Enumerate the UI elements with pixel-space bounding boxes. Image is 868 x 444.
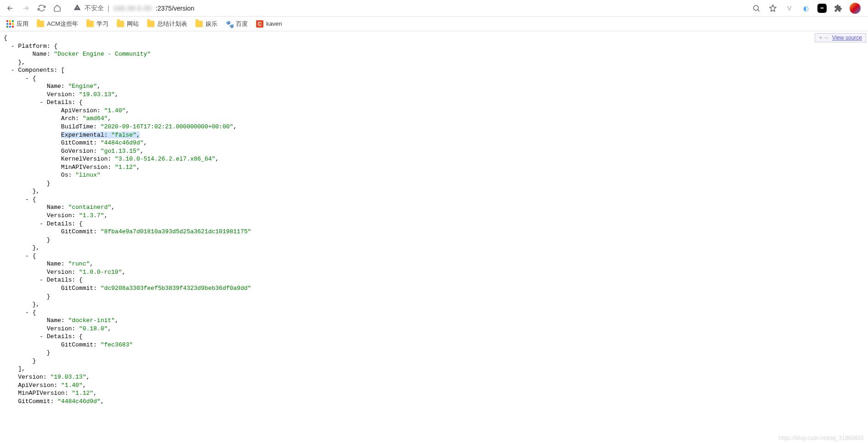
zoom-icon[interactable] xyxy=(751,3,761,13)
json-key: Version xyxy=(47,212,72,219)
collapse-toggle[interactable]: - xyxy=(25,196,29,203)
json-value: "1.12" xyxy=(115,164,137,171)
json-value: "go1.13.15" xyxy=(101,148,140,155)
collapse-toggle[interactable]: - xyxy=(11,43,15,50)
json-key: ApiVersion xyxy=(61,107,97,114)
json-key: Details xyxy=(47,333,72,340)
bookmark-folder-sites[interactable]: 网站 xyxy=(117,20,139,28)
json-value: "4484c46d9d" xyxy=(57,398,101,405)
collapse-toggle[interactable]: - xyxy=(25,253,29,259)
folder-icon xyxy=(86,21,94,27)
url-host-blurred: 100.00.0.00 xyxy=(113,5,152,12)
bookmark-folder-fun[interactable]: 娱乐 xyxy=(195,20,217,28)
json-key: ApiVersion xyxy=(18,382,54,389)
collapse-toggle[interactable]: - xyxy=(40,277,43,283)
json-value: "runc" xyxy=(68,260,90,267)
json-key: Version xyxy=(18,374,43,381)
apps-shortcut[interactable]: 应用 xyxy=(6,20,29,28)
json-key: GitCommit xyxy=(18,398,50,405)
bookmark-label: 娱乐 xyxy=(206,20,217,28)
json-value: "1.12" xyxy=(72,390,93,397)
json-value: "1.3.7" xyxy=(79,212,104,219)
bookmark-folder-summary[interactable]: 总结计划表 xyxy=(147,20,187,28)
json-value: "fec3683" xyxy=(101,341,133,348)
json-key: Name xyxy=(47,317,61,324)
json-key: MinAPIVersion xyxy=(18,390,64,397)
url-path: :2375/version xyxy=(156,5,194,12)
json-key: Version xyxy=(47,91,72,98)
json-value: "1.40" xyxy=(104,107,126,114)
json-key: Arch xyxy=(61,115,75,122)
json-value: "containerd" xyxy=(68,204,111,211)
bookmark-baidu[interactable]: 🐾百度 xyxy=(226,20,248,28)
collapse-toggle[interactable]: - xyxy=(25,309,29,316)
json-value: "1.0.0-rc10" xyxy=(79,269,122,276)
json-key: Platform xyxy=(18,43,46,50)
view-source-panel: + – View source xyxy=(815,33,866,42)
json-value: "19.03.13" xyxy=(50,374,86,381)
url-separator: | xyxy=(108,5,109,12)
json-value: "1.40" xyxy=(61,382,83,389)
profile-avatar[interactable] xyxy=(850,3,861,14)
json-key: KernelVersion xyxy=(61,156,108,162)
bookmark-folder-study[interactable]: 学习 xyxy=(86,20,108,28)
apps-label: 应用 xyxy=(17,20,29,28)
toolbar-right: V ◐ •• xyxy=(751,3,864,14)
json-key: Version xyxy=(47,325,72,332)
json-key: Details xyxy=(47,277,72,283)
json-value: "Engine" xyxy=(68,83,97,90)
collapse-toggle[interactable]: - xyxy=(25,75,29,82)
json-value: "19.03.13" xyxy=(79,91,115,98)
csdn-c-icon: C xyxy=(256,20,263,28)
json-key: MinAPIVersion xyxy=(61,164,108,171)
json-key: Details xyxy=(47,99,72,106)
forward-button[interactable] xyxy=(19,2,32,15)
view-source-link[interactable]: View source xyxy=(832,35,862,41)
address-bar[interactable]: 不安全 | 100.00.0.00:2375/version xyxy=(69,2,199,15)
json-value: "8fba4e9a7d01810a393d5d25a3621dc10198117… xyxy=(101,228,251,235)
json-key: Os xyxy=(61,172,69,179)
json-key: GitCommit xyxy=(61,228,93,235)
collapse-all-icon[interactable]: – xyxy=(825,35,828,41)
json-key: Name xyxy=(32,51,46,58)
collapse-toggle[interactable]: - xyxy=(11,67,15,74)
json-key: Version xyxy=(47,269,72,276)
json-value: "dc9208a3303feef5b3839f4323d9beb36df0a9d… xyxy=(101,285,251,292)
collapse-toggle[interactable]: - xyxy=(40,333,43,340)
expand-all-icon[interactable]: + xyxy=(819,35,822,41)
json-key: Details xyxy=(47,220,72,227)
insecure-label: 不安全 xyxy=(85,4,104,12)
extension-box-icon[interactable]: •• xyxy=(817,4,827,13)
bookmark-label: 网站 xyxy=(127,20,139,28)
json-value: "false" xyxy=(111,132,137,138)
bookmark-label: 学习 xyxy=(97,20,108,28)
json-value: "0.18.0" xyxy=(79,325,108,332)
svg-point-0 xyxy=(754,6,759,11)
json-value: "Docker Engine - Community" xyxy=(54,51,151,58)
extensions-puzzle-icon[interactable] xyxy=(833,3,843,13)
json-key: GitCommit xyxy=(61,341,93,348)
bookmark-star-icon[interactable] xyxy=(768,3,778,13)
bookmark-label: 百度 xyxy=(236,20,248,28)
json-value: "2020-09-16T17:02:21.000000000+00:00" xyxy=(101,123,234,130)
collapse-toggle[interactable]: - xyxy=(40,220,43,227)
json-key: Name xyxy=(47,83,61,90)
json-key: BuildTime xyxy=(61,123,93,130)
bookmark-folder-acm[interactable]: ACM这些年 xyxy=(37,20,78,28)
json-value: "docker-init" xyxy=(68,317,114,324)
bookmarks-bar: 应用 ACM这些年 学习 网站 总结计划表 娱乐 🐾百度 Ckaven xyxy=(0,17,868,31)
folder-icon xyxy=(147,21,154,27)
json-key: Name xyxy=(47,260,61,267)
bookmark-kaven[interactable]: Ckaven xyxy=(256,20,282,28)
extension-v-icon[interactable]: V xyxy=(784,3,794,13)
bookmark-label: kaven xyxy=(266,20,282,27)
home-button[interactable] xyxy=(51,2,63,15)
json-key: GitCommit xyxy=(61,285,93,292)
back-button[interactable] xyxy=(4,2,17,15)
extension-spinner-icon[interactable]: ◐ xyxy=(801,3,811,13)
browser-toolbar: 不安全 | 100.00.0.00:2375/version V ◐ •• xyxy=(0,0,868,17)
json-key: GitCommit xyxy=(61,139,93,146)
json-key: Experimental xyxy=(61,132,104,138)
reload-button[interactable] xyxy=(35,2,48,15)
collapse-toggle[interactable]: - xyxy=(40,99,43,106)
